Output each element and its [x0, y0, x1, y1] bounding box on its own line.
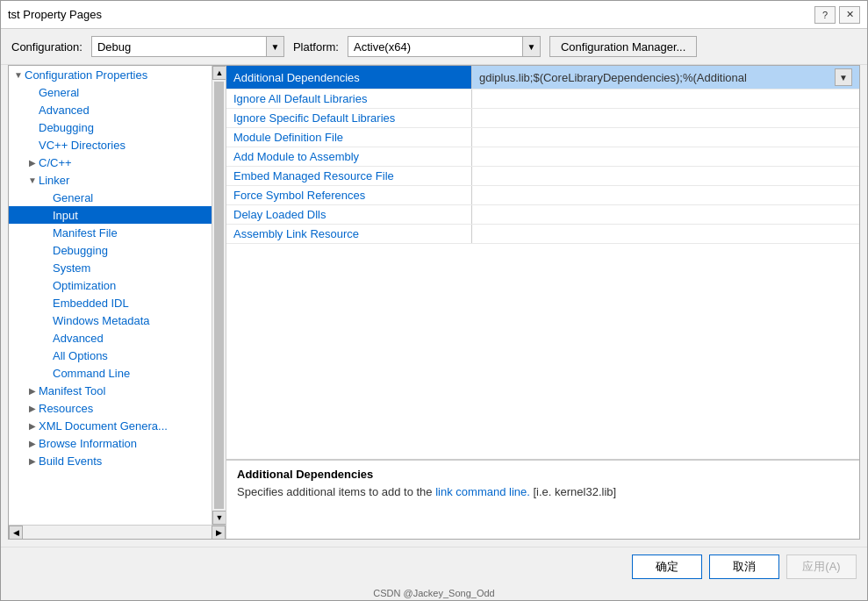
- tree-item-xml-doc-gen[interactable]: ▶XML Document Genera...: [9, 417, 212, 434]
- tree-item-linker-windows-metadata[interactable]: Windows Metadata: [9, 311, 212, 329]
- tree-scroll-left[interactable]: ◀: [9, 526, 23, 540]
- config-manager-button[interactable]: Configuration Manager...: [549, 36, 697, 57]
- prop-row-module-definition[interactable]: Module Definition File: [226, 128, 859, 147]
- tree-expand-icon-manifest-tool[interactable]: ▶: [26, 384, 39, 397]
- tree-item-browse-info[interactable]: ▶Browse Information: [9, 434, 212, 452]
- tree-item-label-linker-all-options: All Options: [53, 349, 208, 362]
- tree-expand-icon-linker[interactable]: ▼: [26, 174, 39, 186]
- prop-dropdown-btn-additional-deps[interactable]: ▼: [835, 68, 852, 86]
- prop-name-module-definition: Module Definition File: [226, 128, 472, 147]
- tree-item-c-cpp[interactable]: ▶C/C++: [9, 154, 212, 171]
- tree-scroll-thumb[interactable]: [214, 82, 224, 509]
- tree-item-manifest-tool[interactable]: ▶Manifest Tool: [9, 382, 212, 399]
- prop-name-ignore-specific-default: Ignore Specific Default Libraries: [226, 109, 472, 127]
- cancel-button[interactable]: 取消: [709, 554, 779, 579]
- prop-value-module-definition: [472, 128, 859, 147]
- tree-expand-icon-config-properties[interactable]: ▼: [12, 68, 25, 81]
- tree-expand-icon-resources[interactable]: ▶: [26, 402, 39, 414]
- tree-item-linker-advanced[interactable]: Advanced: [9, 329, 212, 347]
- config-row: Configuration: Debug ▼ Platform: Active(…: [1, 29, 867, 65]
- tree-item-debugging[interactable]: Debugging: [9, 118, 212, 136]
- prop-name-add-module-assembly: Add Module to Assembly: [226, 147, 472, 166]
- tree-item-label-advanced: Advanced: [39, 104, 208, 117]
- tree-item-general[interactable]: General: [9, 83, 212, 101]
- config-label: Configuration:: [11, 40, 82, 54]
- tree-item-label-xml-doc-gen: XML Document Genera...: [39, 419, 208, 433]
- tree-scroll-right[interactable]: ▶: [212, 526, 226, 540]
- prop-row-delay-loaded-dlls[interactable]: Delay Loaded Dlls: [226, 205, 859, 225]
- config-select[interactable]: Debug ▼: [91, 36, 284, 57]
- close-button[interactable]: ✕: [839, 6, 860, 24]
- tree-item-label-manifest-tool: Manifest Tool: [39, 384, 208, 397]
- prop-row-add-module-assembly[interactable]: Add Module to Assembly: [226, 147, 859, 167]
- tree-panel: ▼Configuration PropertiesGeneralAdvanced…: [9, 66, 226, 539]
- tree-item-label-vc-directories: VC++ Directories: [39, 139, 208, 152]
- tree-item-linker-input[interactable]: Input: [9, 206, 212, 224]
- tree-item-label-resources: Resources: [39, 402, 208, 415]
- tree-item-linker-all-options[interactable]: All Options: [9, 347, 212, 364]
- tree-item-advanced[interactable]: Advanced: [9, 101, 212, 118]
- platform-select[interactable]: Active(x64) ▼: [348, 36, 541, 57]
- tree-item-linker[interactable]: ▼Linker: [9, 171, 212, 189]
- description-text: Specifies additional items to add to the…: [237, 484, 849, 500]
- prop-row-force-symbol-refs[interactable]: Force Symbol References: [226, 186, 859, 205]
- prop-value-additional-deps: gdiplus.lib;$(CoreLibraryDependencies);%…: [472, 66, 859, 89]
- tree-scroll-down[interactable]: ▼: [212, 511, 226, 525]
- tree-item-build-events[interactable]: ▶Build Events: [9, 452, 212, 469]
- tree-item-vc-directories[interactable]: VC++ Directories: [9, 136, 212, 154]
- tree-item-label-linker-advanced: Advanced: [53, 332, 208, 345]
- tree-scrollbar-vertical[interactable]: ▲ ▼: [212, 66, 226, 525]
- property-pages-window: tst Property Pages ? ✕ Configuration: De…: [0, 0, 868, 601]
- help-button[interactable]: ?: [814, 6, 836, 24]
- desc-text-after: [i.e. kernel32.lib]: [530, 485, 616, 498]
- tree-item-linker-optimization[interactable]: Optimization: [9, 276, 212, 294]
- button-row: 确定 取消 应用(A): [1, 547, 867, 586]
- prop-row-additional-deps[interactable]: Additional Dependenciesgdiplus.lib;$(Cor…: [226, 66, 859, 89]
- tree-item-linker-manifest[interactable]: Manifest File: [9, 224, 212, 241]
- prop-row-embed-managed-resource[interactable]: Embed Managed Resource File: [226, 167, 859, 186]
- prop-value-add-module-assembly: [472, 147, 859, 166]
- platform-select-arrow[interactable]: ▼: [522, 37, 540, 56]
- watermark: CSDN @Jackey_Song_Odd: [1, 586, 867, 600]
- tree-expand-icon-browse-info[interactable]: ▶: [26, 437, 39, 449]
- config-select-value: Debug: [92, 40, 266, 54]
- desc-link[interactable]: link command line.: [435, 485, 530, 498]
- prop-value-assembly-link-resource: [472, 225, 859, 243]
- tree-expand-icon-build-events[interactable]: ▶: [26, 454, 39, 467]
- prop-row-ignore-specific-default[interactable]: Ignore Specific Default Libraries: [226, 109, 859, 128]
- tree-item-label-debugging: Debugging: [39, 121, 208, 134]
- platform-select-value: Active(x64): [348, 40, 522, 54]
- prop-value-embed-managed-resource: [472, 167, 859, 185]
- tree-item-linker-general[interactable]: General: [9, 189, 212, 206]
- tree-item-label-linker-command-line: Command Line: [53, 367, 208, 380]
- tree-item-config-properties[interactable]: ▼Configuration Properties: [9, 66, 212, 83]
- tree-item-label-browse-info: Browse Information: [39, 437, 208, 450]
- description-title: Additional Dependencies: [237, 468, 849, 481]
- tree-scroll-up[interactable]: ▲: [212, 66, 226, 80]
- tree-item-linker-embedded-idl[interactable]: Embedded IDL: [9, 294, 212, 311]
- prop-value-ignore-specific-default: [472, 109, 859, 127]
- ok-button[interactable]: 确定: [632, 554, 702, 579]
- title-bar-controls: ? ✕: [814, 6, 860, 24]
- prop-row-ignore-all-default[interactable]: Ignore All Default Libraries: [226, 89, 859, 109]
- tree-item-resources[interactable]: ▶Resources: [9, 399, 212, 417]
- prop-value-text-additional-deps: gdiplus.lib;$(CoreLibraryDependencies);%…: [479, 71, 835, 84]
- tree-item-label-linker-embedded-idl: Embedded IDL: [53, 297, 208, 310]
- tree-scrollbar-horizontal[interactable]: ◀ ▶: [9, 525, 226, 539]
- tree-item-label-c-cpp: C/C++: [39, 156, 208, 169]
- title-bar-left: tst Property Pages: [8, 8, 102, 21]
- tree-item-label-config-properties: Configuration Properties: [25, 68, 208, 82]
- tree-item-linker-command-line[interactable]: Command Line: [9, 364, 212, 382]
- tree-item-label-linker-windows-metadata: Windows Metadata: [53, 314, 208, 327]
- prop-name-delay-loaded-dlls: Delay Loaded Dlls: [226, 205, 472, 224]
- tree-item-linker-debugging[interactable]: Debugging: [9, 241, 212, 259]
- tree-item-linker-system[interactable]: System: [9, 259, 212, 276]
- tree-expand-icon-c-cpp[interactable]: ▶: [26, 156, 39, 168]
- prop-row-assembly-link-resource[interactable]: Assembly Link Resource: [226, 225, 859, 244]
- prop-name-embed-managed-resource: Embed Managed Resource File: [226, 167, 472, 185]
- tree-item-label-linker-debugging: Debugging: [53, 244, 208, 257]
- config-select-arrow[interactable]: ▼: [266, 37, 283, 56]
- prop-name-additional-deps: Additional Dependencies: [226, 66, 472, 89]
- apply-button[interactable]: 应用(A): [786, 554, 857, 579]
- tree-expand-icon-xml-doc-gen[interactable]: ▶: [26, 419, 39, 432]
